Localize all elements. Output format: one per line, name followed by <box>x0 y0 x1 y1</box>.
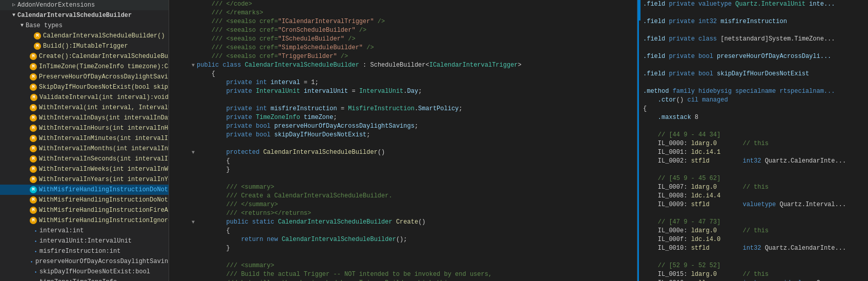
il-line: IL_0010: stfld int32 Quartz.CalendarInte… <box>639 244 868 253</box>
tree-item-skip-day-field[interactable]: ⬩ skipDayIfHourDoesNotExist:bool <box>0 267 169 277</box>
tree-item-ctor[interactable]: M CalendarIntervalScheduleBuilder() <box>0 31 169 41</box>
il-line: IL_0015: ldarg.0 // this <box>639 270 868 279</box>
il-line <box>639 166 868 174</box>
tree-item-with-misfire-read[interactable]: M WithMisfireHandlingInstructionDoNothin… <box>0 185 169 195</box>
code-line: /// <summary> <box>169 262 637 270</box>
code-content-area: /// </code> /// </remarks> /// <seealso … <box>169 0 637 281</box>
il-line <box>639 122 868 131</box>
tree-item-build[interactable]: M Build():IMutableTrigger <box>0 41 169 51</box>
code-line: private TimeZoneInfo timeZone; <box>169 113 637 122</box>
code-line: /// <seealso cref="IScheduleBuilder" /> <box>169 35 637 44</box>
tree-label: WithMisfireHandlingInstructionFireAndPro… <box>39 206 169 215</box>
code-editor[interactable]: /// </code> /// </remarks> /// <seealso … <box>169 0 637 281</box>
tree-item-with-misfire-ignore[interactable]: M WithMisfireHandlingInstructionIgnoreMi… <box>0 215 169 226</box>
tree-item-in-timezone[interactable]: M InTimeZone(TimeZoneInfo timezone):Cale… <box>0 62 169 72</box>
tree-item-with-interval-years[interactable]: M WithIntervalInYears(int intervalInYear… <box>0 174 169 185</box>
method-icon: M <box>30 84 37 91</box>
code-line <box>169 174 637 183</box>
tree-item-calendar-builder[interactable]: ▼ CalendarIntervalScheduleBuilder <box>0 10 169 21</box>
code-line: /// <returns></returns> <box>169 209 637 218</box>
tree-item-with-misfire-do-nothing[interactable]: M WithMisfireHandlingInstructionDoNothin… <box>0 195 169 205</box>
method-icon: M <box>30 196 37 204</box>
tree-item-with-misfire-fire[interactable]: M WithMisfireHandlingInstructionFireAndP… <box>0 205 169 215</box>
field-icon: ⬩ <box>34 277 37 281</box>
tree-item-base-types[interactable]: ▼ Base types <box>0 21 169 31</box>
expand-arrow <box>27 236 34 246</box>
tree-item-skip-day[interactable]: M SkipDayIfHourDoesNotExist(bool skipDay… <box>0 82 169 92</box>
tree-item-with-interval[interactable]: M WithInterval(int interval, IntervalUni… <box>0 103 169 113</box>
tree-label: intervalUnit:IntervalUnit <box>39 236 132 246</box>
method-icon: M <box>30 63 37 70</box>
code-line <box>169 139 637 148</box>
tree-label: AddonVendorExtensions <box>17 1 95 10</box>
tree-label: SkipDayIfHourDoesNotExist(bool skipDay):… <box>39 83 169 92</box>
tree-item-with-interval-weeks[interactable]: M WithIntervalInWeeks(int intervalInWeek… <box>0 164 169 174</box>
expand-arrow: ▼ <box>18 21 26 30</box>
code-line: } <box>169 244 637 253</box>
il-line: .field private int32 misfireInstruction <box>639 17 868 26</box>
il-line: IL_000e: ldarg.0 // this <box>639 227 868 235</box>
expand-arrow: ▷ <box>10 1 17 10</box>
il-line <box>639 61 868 70</box>
tree-label: PreserveHourOfDayAcrossDaylightSavings(b… <box>39 72 169 82</box>
tree-item-validate[interactable]: M ValidateInterval(int interval):void <box>0 92 169 103</box>
tree-item-with-interval-days[interactable]: M WithIntervalInDays(int intervalInDays)… <box>0 113 169 123</box>
method-icon: M <box>30 166 37 173</box>
tree-item-with-interval-minutes[interactable]: M WithIntervalInMinutes(int intervalInMi… <box>0 133 169 144</box>
code-line: /// <seealso cref="TriggerBuilder" /> <box>169 52 637 61</box>
tree-item-with-interval-hours[interactable]: M WithIntervalInHours(int intervalInHour… <box>0 123 169 133</box>
code-line <box>169 253 637 262</box>
il-line: // [52 9 - 52 52] <box>639 262 868 270</box>
method-icon: M <box>30 53 37 60</box>
tree-label: WithIntervalInDays(int intervalInDays):C… <box>39 113 169 123</box>
code-line: /// </remarks> <box>169 9 637 17</box>
tree-label: WithIntervalInMonths(int intervalInMonth… <box>39 144 169 153</box>
code-line: /// <seealso cref="ICalendarIntervalTrig… <box>169 17 637 26</box>
tree-label: preserveHourOfDayAcrossDaylightSavings:b… <box>35 257 169 266</box>
il-line: .method family hidebysig specialname rts… <box>639 87 868 96</box>
field-icon: ⬩ <box>34 236 37 246</box>
code-line: /// <summary> <box>169 183 637 192</box>
field-icon: ⬩ <box>34 267 37 276</box>
expand-arrow <box>27 247 34 256</box>
code-line: private bool preserveHourOfDayAcrossDayl… <box>169 122 637 131</box>
tree-label: WithIntervalInYears(int intervalInYears)… <box>39 175 169 184</box>
tree-item-preserve-hour-field[interactable]: ⬩ preserveHourOfDayAcrossDaylightSavings… <box>0 256 169 267</box>
tree-item-create[interactable]: M Create():CalendarIntervalScheduleBuild… <box>0 51 169 62</box>
tree-item-addon-vendor[interactable]: ▷ AddonVendorExtensions <box>0 0 169 10</box>
tree-item-preserve-hour[interactable]: M PreserveHourOfDayAcrossDaylightSavings… <box>0 72 169 82</box>
il-line: // [45 9 - 45 62] <box>639 174 868 183</box>
il-line: IL_0000: ldarg.0 // this <box>639 139 868 148</box>
il-line <box>639 9 868 17</box>
tree-item-interval-int[interactable]: ⬩ interval:int <box>0 226 169 236</box>
field-icon: ⬩ <box>34 226 37 235</box>
tree-label: skipDayIfHourDoesNotExist:bool <box>39 267 150 276</box>
method-icon: M <box>30 114 37 122</box>
method-icon: M <box>30 176 37 183</box>
il-line: .field private bool skipDayIfHourDoesNot… <box>639 70 868 78</box>
expand-arrow <box>27 42 34 51</box>
il-line: IL_0002: stfld int32 Quartz.CalendarInte… <box>639 157 868 166</box>
tree-item-with-interval-seconds[interactable]: M WithIntervalInSeconds(int intervalInSe… <box>0 154 169 164</box>
expand-arrow <box>27 267 34 276</box>
tree-label: WithIntervalInWeeks(int intervalInWeeks)… <box>39 165 169 174</box>
tree-label: interval:int <box>39 226 84 235</box>
il-line: IL_0009: stfld valuetype Quartz.Interval… <box>639 200 868 209</box>
tree-item-misfire-instruction[interactable]: ⬩ misfireInstruction:int <box>0 246 169 256</box>
tree-label: timeZone:TimeZoneInfo <box>39 277 117 281</box>
method-icon: M <box>30 94 37 101</box>
code-line: { <box>169 70 637 78</box>
il-line <box>639 209 868 218</box>
tree-label: misfireInstruction:int <box>39 247 120 256</box>
tree-item-with-interval-months[interactable]: M WithIntervalInMonths(int intervalInMon… <box>0 144 169 154</box>
il-line <box>639 44 868 52</box>
il-line: .field private valuetype Quartz.Interval… <box>639 0 868 9</box>
tree-item-timezone-field[interactable]: ⬩ timeZone:TimeZoneInfo <box>0 277 169 281</box>
tree-label: WithIntervalInHours(int intervalInHours)… <box>39 124 169 133</box>
tree-label: WithIntervalInMinutes(int intervalInMinu… <box>39 134 169 143</box>
il-line: .field private class [netstandard]System… <box>639 35 868 44</box>
expand-arrow <box>27 226 34 235</box>
tree-label: ValidateInterval(int interval):void <box>39 93 169 102</box>
tree-label: InTimeZone(TimeZoneInfo timezone):Calend… <box>39 62 169 71</box>
tree-item-interval-unit[interactable]: ⬩ intervalUnit:IntervalUnit <box>0 236 169 246</box>
